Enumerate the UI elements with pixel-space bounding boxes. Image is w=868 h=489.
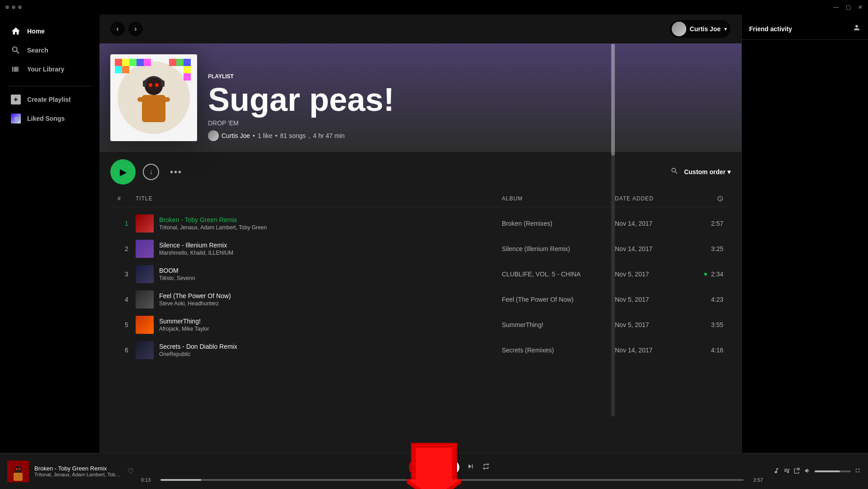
- playlist-more-button[interactable]: •••: [166, 165, 186, 179]
- svg-rect-18: [137, 97, 146, 102]
- now-playing-title: Broken - Toby Green Remix: [34, 465, 122, 472]
- track-duration-area: 4:16: [696, 347, 723, 354]
- track-name: SummerThing!: [159, 318, 209, 325]
- svg-point-25: [19, 468, 20, 470]
- track-duration-area: 3:25: [696, 245, 723, 252]
- fullscreen-button[interactable]: [854, 467, 861, 475]
- svg-point-16: [155, 83, 159, 87]
- header-duration: [696, 195, 723, 203]
- lyrics-button[interactable]: [773, 467, 780, 475]
- main-scrollbar[interactable]: [611, 43, 615, 417]
- track-duration: 2:57: [711, 220, 723, 227]
- track-row[interactable]: 3 BOOM Tiësto, Sevenn CLUBLIFE, VOL. 5 -…: [110, 261, 731, 287]
- track-title-area: SummerThing! Afrojack, Mike Taylor: [136, 316, 502, 334]
- playlist-owner: Curtis Joe: [222, 132, 250, 139]
- track-duration-area: 3:55: [696, 321, 723, 328]
- queue-button[interactable]: [783, 467, 790, 475]
- minimize-button[interactable]: —: [833, 4, 839, 10]
- track-number: 4: [118, 296, 136, 303]
- sidebar-search-label: Search: [27, 47, 48, 54]
- svg-rect-11: [184, 59, 191, 66]
- create-playlist-icon: +: [11, 95, 21, 104]
- person-icon[interactable]: [853, 24, 861, 34]
- track-title-area: Feel (The Power Of Now) Steve Aoki, Head…: [136, 290, 502, 309]
- playlist-meta: Curtis Joe • 1 like • 81 songs , 4 hr 47…: [208, 130, 731, 141]
- playlist-song-count: 81 songs: [280, 132, 306, 139]
- right-panel-header: Friend activity: [742, 14, 868, 40]
- track-row[interactable]: 4 Feel (The Power Of Now) Steve Aoki, He…: [110, 287, 731, 312]
- sidebar-item-create-playlist[interactable]: + Create Playlist: [4, 90, 96, 109]
- playlist-info: PLAYLIST Sugar peas! DROP 'EM Curtis Joe…: [208, 73, 731, 141]
- tracklist-search-button[interactable]: [670, 167, 679, 177]
- track-date-added: Nov 5, 2017: [615, 321, 696, 328]
- track-title-area: Secrets - Don Diablo Remix OneRepublic: [136, 341, 502, 359]
- sidebar-item-search[interactable]: Search: [4, 41, 96, 60]
- header-title: TITLE: [136, 195, 502, 203]
- back-button[interactable]: ‹: [110, 22, 125, 36]
- app-body: Home Search Your Library + Create Playli…: [0, 14, 868, 453]
- sort-chevron-icon: ▾: [727, 168, 731, 176]
- main-scroll[interactable]: PLAYLIST Sugar peas! DROP 'EM Curtis Joe…: [99, 43, 741, 453]
- playlist-title: Sugar peas!: [208, 83, 731, 116]
- track-artist: OneRepublic: [159, 351, 237, 357]
- maximize-button[interactable]: ▢: [846, 4, 851, 10]
- track-number: 3: [118, 271, 136, 278]
- playlist-download-button[interactable]: ↓: [143, 164, 159, 180]
- avatar: [672, 22, 686, 36]
- liked-songs-label: Liked Songs: [27, 115, 65, 122]
- create-playlist-label: Create Playlist: [27, 96, 71, 103]
- track-number: 1: [118, 220, 136, 227]
- track-list-container[interactable]: # TITLE ALBUM DATE ADDED 1 Broken - Toby…: [99, 192, 741, 453]
- now-playing-play-button[interactable]: [445, 460, 459, 475]
- track-duration: 3:25: [711, 245, 723, 252]
- svg-rect-19: [161, 97, 170, 102]
- track-album: CLUBLIFE, VOL. 5 - CHINA: [502, 271, 615, 278]
- repeat-button[interactable]: [482, 462, 490, 472]
- volume-bar[interactable]: [815, 470, 851, 472]
- header-date: DATE ADDED: [615, 195, 696, 203]
- track-row[interactable]: 1 Broken - Toby Green Remix Tritonal, Je…: [110, 211, 731, 236]
- track-row[interactable]: 2 Silence - Illenium Remix Marshmello, K…: [110, 236, 731, 261]
- volume-fill: [815, 470, 840, 472]
- previous-button[interactable]: [429, 462, 438, 472]
- sidebar-item-library[interactable]: Your Library: [4, 60, 96, 79]
- right-panel: Friend activity: [741, 14, 868, 453]
- track-text-info: Broken - Toby Green Remix Tritonal, Jena…: [159, 216, 267, 231]
- devices-button[interactable]: [794, 467, 801, 475]
- progress-bar[interactable]: [160, 479, 744, 481]
- playlist-description: DROP 'EM: [208, 119, 731, 127]
- user-pill[interactable]: Curtis Joe ▾: [670, 20, 731, 38]
- track-row[interactable]: 6 Secrets - Don Diablo Remix OneRepublic…: [110, 337, 731, 363]
- next-button[interactable]: [467, 462, 475, 472]
- user-chevron-icon: ▾: [724, 26, 727, 32]
- track-liked-icon: ♥: [703, 271, 707, 278]
- forward-button[interactable]: ›: [128, 22, 143, 36]
- track-name: Feel (The Power Of Now): [159, 292, 231, 299]
- track-title-area: Broken - Toby Green Remix Tritonal, Jena…: [136, 214, 502, 233]
- sidebar-item-home[interactable]: Home: [4, 22, 96, 41]
- close-button[interactable]: ✕: [858, 4, 863, 10]
- svg-point-23: [14, 466, 22, 473]
- sort-order-select[interactable]: Custom order ▾: [684, 168, 731, 176]
- track-album: Secrets (Remixes): [502, 347, 615, 354]
- svg-point-15: [149, 83, 152, 87]
- track-duration-area: 2:57: [696, 220, 723, 227]
- sidebar-item-liked-songs[interactable]: ♥ Liked Songs: [4, 109, 96, 128]
- playlist-play-button[interactable]: ▶: [110, 159, 136, 185]
- scrollbar-thumb[interactable]: [611, 44, 615, 156]
- sidebar-nav: Home Search Your Library: [0, 18, 99, 82]
- track-text-info: Feel (The Power Of Now) Steve Aoki, Head…: [159, 292, 231, 307]
- search-icon: [11, 45, 21, 55]
- now-playing-bar: Broken - Toby Green Remix Tritonal, Jena…: [0, 453, 868, 489]
- track-duration: 3:55: [711, 321, 723, 328]
- nav-buttons: ‹ ›: [110, 22, 143, 36]
- track-date-added: Nov 5, 2017: [615, 296, 696, 303]
- track-number: 5: [118, 321, 136, 328]
- avatar-image: [672, 22, 686, 36]
- track-row[interactable]: 5 SummerThing! Afrojack, Mike Taylor Sum…: [110, 312, 731, 337]
- now-playing-heart-button[interactable]: ♡: [127, 467, 134, 475]
- now-playing-controls: 0:13 2:57: [141, 460, 763, 483]
- svg-rect-6: [144, 59, 151, 66]
- window-controls: — ▢ ✕: [833, 4, 863, 10]
- volume-button[interactable]: [804, 467, 811, 475]
